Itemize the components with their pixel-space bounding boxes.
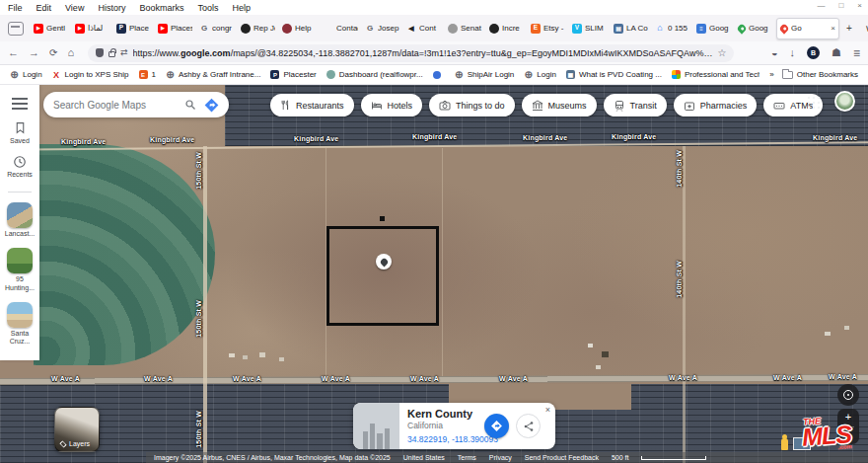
browser-tab[interactable]: 0 155: [652, 18, 692, 39]
feedback-link[interactable]: Send Product Feedback: [525, 454, 599, 461]
browser-tab[interactable]: Josep: [362, 18, 402, 39]
close-card-icon[interactable]: ×: [545, 405, 550, 415]
minimize-button[interactable]: —: [817, 1, 825, 10]
pocket-icon[interactable]: [771, 47, 778, 58]
bookmark-item[interactable]: What is PVD Coating ...: [566, 70, 662, 79]
reload-icon[interactable]: [49, 47, 57, 58]
bookmark-item[interactable]: Login to XPS Ship: [52, 70, 129, 79]
bookmarks-overflow-icon[interactable]: »: [769, 70, 773, 79]
bookmark-item[interactable]: ShipAir Login: [455, 70, 515, 79]
forward-icon[interactable]: [29, 47, 39, 58]
account-icon[interactable]: [832, 47, 841, 58]
menu-file[interactable]: File: [8, 3, 23, 13]
my-location-button[interactable]: [837, 384, 859, 406]
other-bookmarks[interactable]: Other Bookmarks: [782, 70, 858, 79]
bookmark-item[interactable]: Professional and Tech...: [672, 70, 768, 79]
bookmark-item[interactable]: Login: [524, 70, 556, 79]
firefox-view-icon[interactable]: [8, 22, 24, 36]
road-label: W Ave A: [144, 375, 173, 382]
browser-tab[interactable]: Etsy -: [528, 18, 568, 39]
new-tab-button[interactable]: +: [840, 23, 858, 34]
chip-hotels[interactable]: Hotels: [361, 94, 423, 116]
search-icon[interactable]: [184, 99, 196, 111]
browser-tab[interactable]: Goog: [693, 18, 734, 39]
saved-place-thumbnail[interactable]: [7, 302, 33, 328]
browser-tab[interactable]: congr: [196, 18, 237, 39]
satellite-map[interactable]: Kingbird Ave Kingbird Ave Kingbird Ave K…: [0, 85, 868, 463]
place-coordinates[interactable]: 34.822919, -118.390093: [407, 434, 498, 444]
home-icon[interactable]: [67, 47, 74, 58]
directions-icon[interactable]: [204, 98, 219, 113]
city-skyline-icon: [361, 420, 393, 449]
bookmark-item[interactable]: [433, 71, 445, 79]
privacy-link[interactable]: Privacy: [489, 454, 512, 461]
menu-history[interactable]: History: [98, 3, 125, 13]
close-tab-icon[interactable]: ×: [831, 24, 835, 33]
browser-tab[interactable]: Gentl: [31, 18, 71, 39]
browser-tab[interactable]: SLIM: [569, 18, 610, 39]
list-all-tabs-icon[interactable]: ∨: [859, 23, 868, 34]
saved-place-label[interactable]: 95 Hunting...: [1, 275, 38, 292]
menu-tools[interactable]: Tools: [197, 3, 218, 13]
url-field[interactable]: https://www.google.com/maps/@34.8225034,…: [88, 44, 734, 62]
maximize-button[interactable]: □: [838, 1, 843, 10]
sidebar-recents-label[interactable]: Recents: [1, 171, 38, 179]
browser-tab[interactable]: Senat: [445, 18, 485, 39]
browser-tab[interactable]: Contact |: [321, 18, 361, 39]
menu-view[interactable]: View: [65, 3, 84, 13]
active-tab-google-maps[interactable]: Go×: [776, 18, 839, 39]
browser-tab[interactable]: Rep Jo: [238, 18, 278, 39]
menu-edit[interactable]: Edit: [36, 3, 52, 13]
menu-help[interactable]: Help: [232, 3, 251, 13]
saved-place-label[interactable]: Lancast...: [1, 230, 38, 238]
bookmark-item[interactable]: 1: [139, 70, 156, 79]
share-button[interactable]: [516, 414, 541, 438]
close-window-button[interactable]: ×: [857, 1, 862, 10]
terms-link[interactable]: Terms: [458, 454, 476, 461]
app-menu-icon[interactable]: [853, 47, 860, 59]
search-input[interactable]: Search Google Maps: [53, 100, 177, 111]
road-label: W Ave A: [829, 373, 857, 380]
browser-tab[interactable]: Goog: [735, 18, 775, 39]
chip-things-to-do[interactable]: Things to do: [429, 94, 515, 116]
browser-tab[interactable]: Incre: [486, 18, 527, 39]
browser-tab[interactable]: Cont: [403, 18, 444, 39]
bookmark-item[interactable]: Ashby & Graff Intrane...: [166, 70, 260, 79]
back-icon[interactable]: [8, 47, 19, 58]
browser-tab[interactable]: لماذا: [72, 18, 112, 39]
pegman-icon[interactable]: [781, 438, 788, 450]
place-info-card[interactable]: Kern County California 34.822919, -118.3…: [353, 403, 555, 449]
google-apps-grid-icon[interactable]: [807, 96, 821, 110]
saved-place-thumbnail[interactable]: [7, 248, 33, 273]
browser-tab[interactable]: LA Co: [611, 18, 651, 39]
chip-pharmacies[interactable]: Pharmacies: [674, 94, 758, 116]
directions-button[interactable]: [484, 414, 509, 438]
maps-menu-icon[interactable]: [12, 98, 28, 110]
downloads-icon[interactable]: [790, 47, 796, 58]
menu-bookmarks[interactable]: Bookmarks: [139, 3, 183, 13]
saved-place-label[interactable]: Santa Cruz...: [1, 330, 38, 347]
bookmark-item[interactable]: Placester: [270, 70, 316, 79]
browser-tab[interactable]: Help: [279, 18, 320, 39]
browser-tab[interactable]: Place: [113, 18, 154, 39]
recents-clock-icon[interactable]: [13, 155, 27, 169]
search-box[interactable]: Search Google Maps: [43, 92, 229, 117]
bookmark-item[interactable]: Dashboard (realflowpr...: [326, 70, 423, 79]
building: [825, 332, 831, 336]
lock-icon[interactable]: [108, 51, 115, 57]
saved-place-thumbnail[interactable]: [7, 202, 33, 228]
permissions-icon[interactable]: [120, 48, 128, 57]
layers-button[interactable]: Layers: [54, 407, 100, 452]
chip-restaurants[interactable]: Restaurants: [270, 94, 354, 116]
bookmark-star-icon[interactable]: [717, 48, 726, 58]
shield-icon[interactable]: [96, 48, 104, 57]
bitwarden-extension-icon[interactable]: B: [807, 46, 820, 59]
location-marker[interactable]: [376, 254, 392, 270]
account-avatar[interactable]: [834, 91, 855, 112]
bookmark-item[interactable]: Login: [10, 70, 42, 79]
browser-tab[interactable]: Places: [155, 18, 195, 39]
sidebar-saved-label[interactable]: Saved: [1, 137, 38, 145]
chip-museums[interactable]: Museums: [522, 94, 597, 116]
saved-bookmark-icon[interactable]: [14, 120, 27, 135]
chip-transit[interactable]: Transit: [604, 94, 667, 116]
